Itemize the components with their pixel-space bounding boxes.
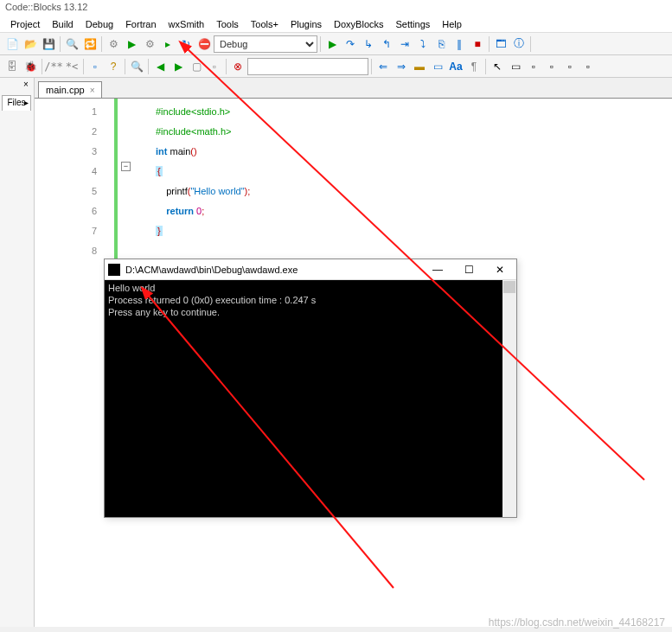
tab-label: main.cpp bbox=[46, 85, 85, 95]
toolbar-1: 📄 📂 💾 🔍 🔁 ⚙ ▶ ⚙ ▸ ↻ ⛔ Debug ▶ ↷ ↳ ↰ ⇥ ⤵ … bbox=[0, 33, 672, 55]
build-icon[interactable]: ⚙ bbox=[141, 35, 158, 53]
watermark: https://blog.csdn.net/weixin_44168217 bbox=[489, 616, 665, 629]
menu-fortran[interactable]: Fortran bbox=[120, 17, 161, 31]
menu-help[interactable]: Help bbox=[437, 17, 467, 31]
abc-icon[interactable]: ¶ bbox=[465, 58, 483, 75]
console-line: Press any key to continue. bbox=[108, 306, 513, 318]
console-titlebar[interactable]: D:\ACM\awdawd\bin\Debug\awdawd.exe — ☐ ✕ bbox=[105, 259, 516, 280]
help-icon[interactable]: ? bbox=[105, 58, 122, 75]
menu-build[interactable]: Build bbox=[47, 17, 78, 31]
break-icon[interactable]: ⎘ bbox=[432, 35, 450, 53]
line-gutter: 1 2 3 4 5 6 7 8 bbox=[35, 99, 112, 627]
abort-icon[interactable]: ⛔ bbox=[195, 35, 213, 53]
gear-icon[interactable]: ⚙ bbox=[105, 35, 122, 53]
menu-toolsplus[interactable]: Tools+ bbox=[246, 17, 284, 31]
sel3-icon[interactable]: ▫ bbox=[561, 58, 579, 75]
cursor-icon[interactable]: ↖ bbox=[489, 58, 506, 75]
save-icon[interactable]: 💾 bbox=[40, 35, 57, 53]
menu-bar: Project Build Debug Fortran wxSmith Tool… bbox=[0, 16, 672, 33]
run-icon[interactable]: ▶ bbox=[123, 35, 140, 53]
console-app-icon bbox=[108, 264, 120, 276]
prev-icon[interactable]: ◀ bbox=[151, 58, 169, 75]
sidebar-close-icon[interactable]: × bbox=[20, 80, 32, 92]
run-to-cursor-icon[interactable]: ⇥ bbox=[396, 35, 413, 53]
console-scrollbar[interactable] bbox=[502, 280, 516, 517]
scroll-up-icon[interactable] bbox=[503, 281, 515, 293]
change-marker bbox=[114, 99, 118, 259]
step-out-icon[interactable]: ↰ bbox=[378, 35, 395, 53]
menu-settings[interactable]: Settings bbox=[391, 17, 436, 31]
app-titlebar: Code::Blocks 13.12 bbox=[0, 0, 672, 16]
tab-main-cpp[interactable]: main.cpp × bbox=[38, 81, 102, 98]
console-output: Hello world Process returned 0 (0x0) exe… bbox=[105, 280, 516, 517]
console-line: Process returned 0 (0x0) execution time … bbox=[108, 294, 513, 306]
menu-plugins[interactable]: Plugins bbox=[285, 17, 327, 31]
open-icon[interactable]: 📂 bbox=[22, 35, 39, 53]
step-into-icon[interactable]: ↳ bbox=[360, 35, 377, 53]
minimize-button[interactable]: — bbox=[425, 261, 451, 278]
menu-wxsmith[interactable]: wxSmith bbox=[163, 17, 210, 31]
step-over-icon[interactable]: ↷ bbox=[342, 35, 359, 53]
next-instr-icon[interactable]: ⤵ bbox=[414, 35, 432, 53]
clear-icon[interactable]: ▫ bbox=[206, 58, 223, 75]
pause-icon[interactable]: ‖ bbox=[451, 35, 468, 53]
clear2-icon[interactable]: ⊗ bbox=[229, 58, 246, 75]
build-target-select[interactable]: Debug bbox=[214, 35, 317, 53]
search-input[interactable] bbox=[247, 58, 368, 75]
mark-icon[interactable]: ▭ bbox=[429, 58, 446, 75]
toggle-icon[interactable]: ▬ bbox=[411, 58, 428, 75]
replace-icon[interactable]: 🔁 bbox=[81, 35, 99, 53]
rect-icon[interactable]: ▭ bbox=[507, 58, 524, 75]
close-button[interactable]: ✕ bbox=[487, 261, 513, 278]
sel2-icon[interactable]: ▫ bbox=[543, 58, 560, 75]
menu-debug[interactable]: Debug bbox=[80, 17, 118, 31]
comment-icon[interactable]: /** bbox=[45, 58, 62, 75]
fold-toggle-icon[interactable]: − bbox=[121, 162, 131, 171]
tab-close-icon[interactable]: × bbox=[90, 86, 95, 95]
info-icon[interactable]: ⓘ bbox=[510, 35, 528, 53]
sidebar-tab-files[interactable]: Files bbox=[2, 95, 31, 111]
new-icon[interactable]: 📄 bbox=[3, 35, 21, 53]
bug-icon[interactable]: 🐞 bbox=[22, 58, 39, 75]
maximize-button[interactable]: ☐ bbox=[456, 261, 482, 278]
menu-project[interactable]: Project bbox=[5, 17, 45, 31]
search-icon[interactable]: 🔍 bbox=[63, 35, 80, 53]
console-title: D:\ACM\awdawd\bin\Debug\awdawd.exe bbox=[125, 265, 298, 275]
nav-back-icon[interactable]: ⇐ bbox=[374, 58, 392, 75]
console-window[interactable]: D:\ACM\awdawd\bin\Debug\awdawd.exe — ☐ ✕… bbox=[104, 259, 517, 518]
menu-tools[interactable]: Tools bbox=[211, 17, 244, 31]
stop-dbg-icon[interactable]: ■ bbox=[469, 35, 486, 53]
aa-icon[interactable]: Aa bbox=[447, 58, 464, 75]
toolbar-2: 🗄 🐞 /** *< ▫ ? 🔍 ◀ ▶ ▢ ▫ ⊗ ⇐ ⇒ ▬ ▭ Aa ¶ … bbox=[0, 55, 672, 78]
sel1-icon[interactable]: ▫ bbox=[525, 58, 542, 75]
console-line: Hello world bbox=[108, 282, 513, 294]
brackets-icon[interactable]: *< bbox=[63, 58, 80, 75]
nav-fwd-icon[interactable]: ⇒ bbox=[393, 58, 410, 75]
next-icon[interactable]: ▶ bbox=[170, 58, 187, 75]
sel4-icon[interactable]: ▫ bbox=[579, 58, 597, 75]
dbg-window-icon[interactable]: 🗔 bbox=[492, 35, 509, 53]
find-icon[interactable]: 🔍 bbox=[128, 58, 145, 75]
highlight-icon[interactable]: ▢ bbox=[188, 58, 205, 75]
editor-tabs: main.cpp × bbox=[35, 78, 672, 99]
db-icon[interactable]: 🗄 bbox=[3, 58, 21, 75]
dbg-run-icon[interactable]: ▶ bbox=[323, 35, 341, 53]
build-run-icon[interactable]: ▸ bbox=[159, 35, 176, 53]
bookmark-icon[interactable]: ▫ bbox=[86, 58, 104, 75]
rebuild-icon[interactable]: ↻ bbox=[177, 35, 195, 53]
menu-doxyblocks[interactable]: DoxyBlocks bbox=[329, 17, 388, 31]
sidebar: × Files bbox=[0, 78, 35, 627]
